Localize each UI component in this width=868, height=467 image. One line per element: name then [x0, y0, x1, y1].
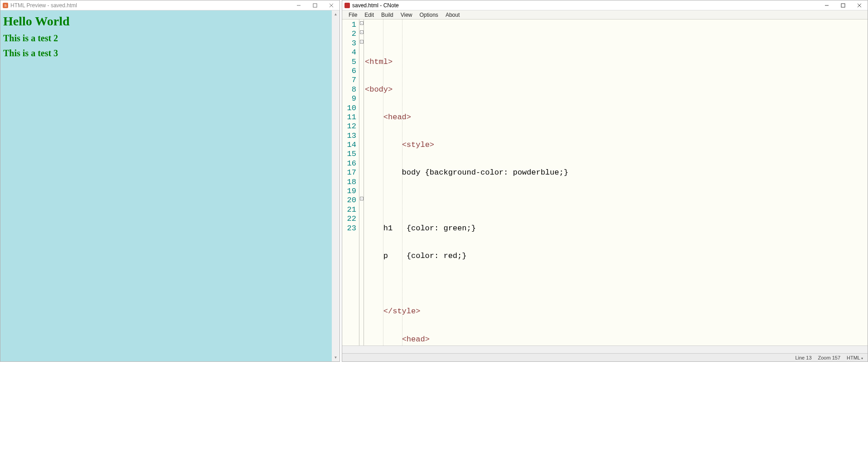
menu-view[interactable]: View — [397, 11, 416, 19]
preview-app-icon: 5 — [2, 2, 9, 9]
line-number: 10 — [342, 104, 356, 113]
status-zoom: Zoom 157 — [816, 355, 843, 360]
minimize-button[interactable] — [291, 0, 307, 10]
code-line: <style> — [365, 141, 868, 150]
editor-menubar: File Edit Build View Options About — [342, 10, 868, 19]
preview-body: Hello World This is a test 2 This is a t… — [0, 10, 339, 361]
fold-marker-icon[interactable]: - — [360, 30, 364, 34]
line-number: 5 — [342, 58, 356, 67]
line-number: 19 — [342, 187, 356, 196]
line-number: 13 — [342, 131, 356, 141]
line-number: 18 — [342, 178, 356, 187]
editor-app-icon — [344, 2, 350, 9]
line-number: 8 — [342, 85, 356, 94]
line-number: 7 — [342, 76, 356, 85]
status-line: Line 13 — [793, 355, 813, 360]
editor-title: saved.html - CNote — [352, 2, 819, 9]
svg-rect-3 — [313, 4, 317, 7]
status-language[interactable]: HTML — [845, 355, 865, 360]
preview-scrollbar[interactable]: ▲ ▼ — [332, 10, 339, 361]
preview-heading-2b: This is a test 3 — [3, 48, 337, 58]
editor-area[interactable]: 1 2 3 4 5 6 7 8 9 10 11 12 13 14 15 16 1… — [342, 19, 868, 345]
editor-horizontal-scrollbar[interactable] — [342, 345, 868, 353]
line-number: 14 — [342, 141, 356, 150]
editor-statusbar: Line 13 Zoom 157 HTML — [342, 353, 868, 361]
menu-about[interactable]: About — [442, 11, 463, 19]
menu-options[interactable]: Options — [416, 11, 442, 19]
svg-rect-6 — [344, 3, 350, 8]
fold-marker-icon[interactable]: - — [360, 197, 364, 200]
preview-heading-2a: This is a test 2 — [3, 33, 337, 44]
preview-heading-1: Hello World — [3, 14, 337, 29]
editor-titlebar[interactable]: saved.html - CNote — [342, 0, 868, 10]
line-number: 15 — [342, 150, 356, 159]
preview-titlebar[interactable]: 5 HTML Preview - saved.html — [0, 0, 339, 10]
maximize-button[interactable] — [307, 0, 323, 10]
menu-file[interactable]: File — [345, 11, 361, 19]
minimize-button[interactable] — [819, 0, 835, 10]
code-line — [365, 196, 868, 205]
code-line: </style> — [365, 307, 868, 316]
code-line: <html> — [365, 58, 868, 67]
svg-rect-8 — [841, 4, 845, 7]
line-number: 23 — [342, 224, 356, 233]
menu-edit[interactable]: Edit — [361, 11, 378, 19]
fold-column[interactable]: - - - - — [359, 19, 364, 345]
scroll-up-icon[interactable]: ▲ — [332, 10, 339, 18]
preview-window-controls — [291, 0, 339, 10]
editor-window: saved.html - CNote File Edit Build View … — [342, 0, 868, 362]
fold-marker-icon[interactable]: - — [360, 40, 364, 44]
code-line — [365, 279, 868, 288]
code-line: <head> — [365, 113, 868, 122]
code-content[interactable]: <html> <body> <head> <style> body {backg… — [364, 19, 868, 345]
line-number: 12 — [342, 122, 356, 131]
code-line: <head> — [365, 335, 868, 344]
line-number: 3 — [342, 39, 356, 48]
close-button[interactable] — [323, 0, 339, 10]
code-line: p {color: red;} — [365, 252, 868, 261]
preview-title: HTML Preview - saved.html — [10, 2, 291, 9]
line-number: 6 — [342, 67, 356, 76]
line-number: 2 — [342, 29, 356, 39]
line-number: 9 — [342, 94, 356, 103]
line-number: 16 — [342, 159, 356, 168]
fold-marker-icon[interactable]: - — [360, 21, 364, 25]
line-number: 17 — [342, 168, 356, 177]
svg-text:5: 5 — [5, 4, 7, 8]
line-number: 11 — [342, 113, 356, 122]
editor-window-controls — [819, 0, 868, 10]
close-button[interactable] — [851, 0, 868, 10]
code-line: body {background-color: powderblue;} — [365, 168, 868, 177]
preview-window: 5 HTML Preview - saved.html Hello World … — [0, 0, 340, 362]
maximize-button[interactable] — [835, 0, 851, 10]
line-number: 1 — [342, 20, 356, 29]
line-number: 20 — [342, 196, 356, 205]
code-line: h1 {color: green;} — [365, 224, 868, 233]
line-number-gutter: 1 2 3 4 5 6 7 8 9 10 11 12 13 14 15 16 1… — [342, 19, 359, 345]
line-number: 21 — [342, 205, 356, 214]
line-number: 22 — [342, 214, 356, 224]
scroll-down-icon[interactable]: ▼ — [332, 354, 339, 361]
line-number: 4 — [342, 48, 356, 57]
code-line: <body> — [365, 85, 868, 94]
menu-build[interactable]: Build — [378, 11, 397, 19]
